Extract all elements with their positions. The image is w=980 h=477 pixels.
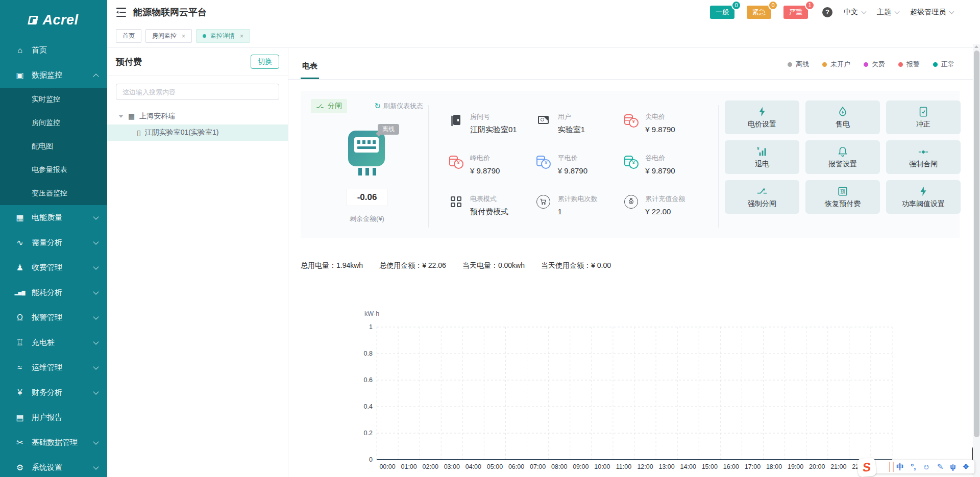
ime-toolbar[interactable]: S 中°,☺✎ψ❖ [866,460,975,474]
page-scrollbar[interactable] [973,44,980,477]
action-button[interactable]: 功率阈值设置 [886,180,961,214]
chinese-mode-icon[interactable]: 中 [896,460,904,474]
language-menu[interactable]: 中文 [844,8,866,17]
sidebar-item-energy-analysis[interactable]: ▂▅▇能耗分析 [0,280,107,305]
alarm-count-badge: 1 [805,1,815,10]
legend-item: 离线 [788,60,809,69]
close-icon[interactable]: × [182,33,185,40]
chevron-down-icon [895,9,900,14]
submenu-item[interactable]: 电参量报表 [0,158,107,182]
chevron-down-icon [93,239,99,244]
energy-analysis-icon: ▂▅▇ [14,290,26,295]
alarm-badge-general[interactable]: 一般0 [710,6,734,19]
sidebar-item-data-monitoring[interactable]: ▣数据监控 [0,63,107,88]
recharge-amount-icon [623,194,639,210]
prepaid-box-icon: 预 [837,186,848,197]
tree-root-node[interactable]: ▦ 上海安科瑞 [107,108,288,124]
alarm-badge-urgent[interactable]: 紧急0 [747,6,771,19]
alarm-badge-critical[interactable]: 严重1 [783,6,808,19]
meter-figure: 离线 [348,131,386,175]
detail-tabbar: 电表 离线未开户欠费报警正常 [288,48,980,80]
legend-dot [933,62,938,67]
emoji-icon[interactable]: ☺ [922,460,930,474]
breadcrumb-tab[interactable]: 房间监控× [145,29,192,43]
scrollbar-thumb[interactable] [974,51,979,437]
breadcrumb-tab[interactable]: 监控详情× [196,29,250,43]
sidebar-item-demand-analysis[interactable]: ∿需量分析 [0,230,107,255]
acrel-flag-icon [29,14,39,26]
svg-text:05:00: 05:00 [487,463,503,470]
tab-meter[interactable]: 电表 [301,61,319,79]
action-button[interactable]: ¥退电 [725,140,799,174]
action-button[interactable]: 报警设置 [805,140,880,174]
sidebar-collapse-icon[interactable] [116,8,126,17]
action-button[interactable]: 电价设置 [725,101,799,134]
theme-menu[interactable]: 主题 [877,8,899,17]
punctuation-icon[interactable]: °, [911,460,916,474]
scroll-up-icon[interactable] [974,45,978,48]
room-door-icon [448,112,463,128]
alarm-count-badge: 0 [768,1,778,10]
sidebar-item-alarm-management[interactable]: Ω报警管理 [0,305,107,330]
action-button[interactable]: 强制分闸 [725,180,799,214]
info-value: ¥ 9.8790 [645,166,675,175]
tree-search-input[interactable] [116,84,279,100]
chevron-down-icon [93,439,99,444]
sidebar-item-system-settings[interactable]: ⚙系统设置 [0,455,107,477]
switch-button[interactable]: 切换 [251,55,279,69]
sidebar-item-fee-management[interactable]: ♟收费管理 [0,255,107,280]
info-texts: 峰电价¥ 9.8790 [470,154,500,175]
sidebar-item-label: 需量分析 [32,238,94,247]
legend-dot [788,62,792,67]
refresh-meter-status[interactable]: ↻ 刷新仪表状态 [374,102,423,111]
svg-text:04:00: 04:00 [465,463,481,470]
microphone-icon[interactable]: ψ [950,460,955,474]
tab-label: 监控详情 [210,32,235,40]
sidebar-item-power-quality[interactable]: ▦电能质量 [0,205,107,230]
svg-text:¥: ¥ [757,146,760,151]
action-button[interactable]: 预恢复预付费 [805,180,880,214]
close-icon[interactable]: × [240,33,243,40]
submenu-item[interactable]: 配电图 [0,135,107,158]
info-label: 用户 [558,112,585,121]
sidebar-item-base-data[interactable]: ✂基础数据管理 [0,430,107,455]
tab-label: 首页 [122,32,135,40]
svg-text:14:00: 14:00 [680,463,696,470]
main-column: 能源物联网云平台 一般0紧急0严重1 ? 中文 主题 超级管理员 首页房间监控×… [107,0,980,477]
user-menu[interactable]: 超级管理员 [910,8,953,17]
tree-child-node[interactable]: ▯ 江阴实验室01(实验室1) [107,124,288,141]
svg-text:19:00: 19:00 [788,463,803,470]
settings-gear-icon: ⚙ [14,463,26,472]
submenu-item[interactable]: 实时监控 [0,88,107,111]
sidebar-item-user-report[interactable]: ▤用户报告 [0,405,107,430]
action-button[interactable]: 售电 [805,101,880,134]
info-label: 峰电价 [470,154,500,163]
toolbox-grid-icon[interactable]: ❖ [963,460,969,474]
info-texts: 尖电价¥ 9.8790 [645,112,675,134]
submenu-data-monitoring: 实时监控房间监控配电图电参量报表变压器监控 [0,88,107,205]
sidebar-item-finance-analysis[interactable]: ¥财务分析 [0,380,107,405]
sidebar-item-home[interactable]: ⌂首页 [0,38,107,63]
submenu-item[interactable]: 房间监控 [0,111,107,135]
sidebar-item-ops-management[interactable]: ≈运维管理 [0,355,107,380]
submenu-item[interactable]: 变压器监控 [0,182,107,205]
sogou-logo-icon[interactable]: S [856,457,877,477]
ops-wave-icon: ≈ [14,363,26,372]
chevron-down-icon [93,389,99,394]
coins-icon [536,154,551,169]
action-button[interactable]: 强制合闸 [886,140,961,174]
usage-chart-wrap: 00.20.40.60.8100:0001:0002:0003:0004:000… [288,293,980,473]
info-label: 电表模式 [470,194,508,204]
handwriting-pen-icon[interactable]: ✎ [937,460,944,474]
switch-state-button[interactable]: 分闸 [311,99,347,113]
help-icon[interactable]: ? [822,7,832,17]
action-label: 报警设置 [828,160,857,169]
action-label: 功率阈值设置 [902,199,945,209]
svg-text:00:00: 00:00 [379,463,395,470]
sidebar-item-charging-pile[interactable]: ♖充电桩 [0,330,107,355]
breadcrumb-tab[interactable]: 首页 [116,29,141,43]
lightning-icon [756,106,768,117]
chevron-down-icon [93,364,99,369]
action-button[interactable]: 冲正 [886,101,961,134]
submenu-item-label: 配电图 [32,142,98,151]
